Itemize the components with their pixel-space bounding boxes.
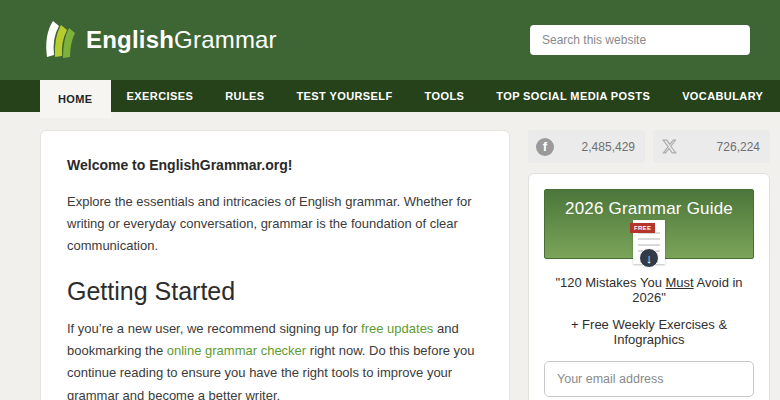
intro-paragraph: Explore the essentials and intricacies o… [67, 191, 483, 257]
x-icon [661, 138, 678, 155]
p1-text-1: If you’re a new user, we recommend signi… [67, 321, 361, 336]
logo-text-bold: English [86, 26, 174, 53]
getting-started-heading: Getting Started [67, 277, 483, 306]
free-ribbon: FREE [630, 223, 655, 233]
search-input[interactable] [530, 25, 750, 55]
paragraph-1: If you’re a new user, we recommend signi… [67, 318, 483, 400]
grammar-guide-promo: 2026 Grammar Guide FREE ↓ "120 Mistakes … [528, 173, 770, 400]
x-count: 726,224 [717, 140, 760, 154]
main-nav: HOME EXERCISES RULES TEST YOURSELF TOOLS… [0, 80, 780, 112]
nav-item-exercises[interactable]: EXERCISES [111, 80, 210, 112]
promo-quote: "120 Mistakes You Must Avoid in 2026" [544, 275, 754, 305]
logo-text-regular: Grammar [174, 26, 277, 53]
facebook-count: 2,485,429 [582, 140, 635, 154]
nav-item-vocabulary[interactable]: VOCABULARY [666, 80, 779, 112]
nav-item-tools[interactable]: TOOLS [409, 80, 481, 112]
facebook-icon: f [536, 138, 554, 156]
nav-item-test-yourself[interactable]: TEST YOURSELF [280, 80, 408, 112]
facebook-counter[interactable]: f 2,485,429 [528, 130, 645, 163]
logo-book-icon [42, 17, 78, 63]
download-arrow-icon: ↓ [639, 248, 659, 268]
online-grammar-checker-link[interactable]: online grammar checker [167, 343, 306, 358]
banner-title: 2026 Grammar Guide [545, 190, 753, 219]
content-area: Welcome to EnglishGrammar.org! Explore t… [0, 112, 780, 400]
logo-text: EnglishGrammar [86, 26, 277, 54]
site-header: EnglishGrammar [0, 0, 780, 80]
social-counters: f 2,485,429 726,224 [528, 130, 770, 163]
grammar-guide-banner[interactable]: 2026 Grammar Guide FREE ↓ [544, 189, 754, 259]
site-logo[interactable]: EnglishGrammar [42, 17, 277, 63]
nav-item-home[interactable]: HOME [40, 80, 111, 118]
promo-subline: + Free Weekly Exercises & Infographics [544, 317, 754, 347]
promo-quote-underline: Must [666, 275, 694, 290]
pdf-document-icon: FREE ↓ [631, 220, 667, 266]
main-article: Welcome to EnglishGrammar.org! Explore t… [40, 130, 510, 400]
nav-item-top-social-media-posts[interactable]: TOP SOCIAL MEDIA POSTS [480, 80, 666, 112]
email-input[interactable] [544, 361, 754, 397]
welcome-heading: Welcome to EnglishGrammar.org! [67, 157, 483, 173]
sidebar: f 2,485,429 726,224 2026 Grammar Guide [528, 130, 770, 400]
x-counter[interactable]: 726,224 [653, 130, 770, 163]
free-updates-link[interactable]: free updates [361, 321, 433, 336]
nav-item-rules[interactable]: RULES [209, 80, 280, 112]
